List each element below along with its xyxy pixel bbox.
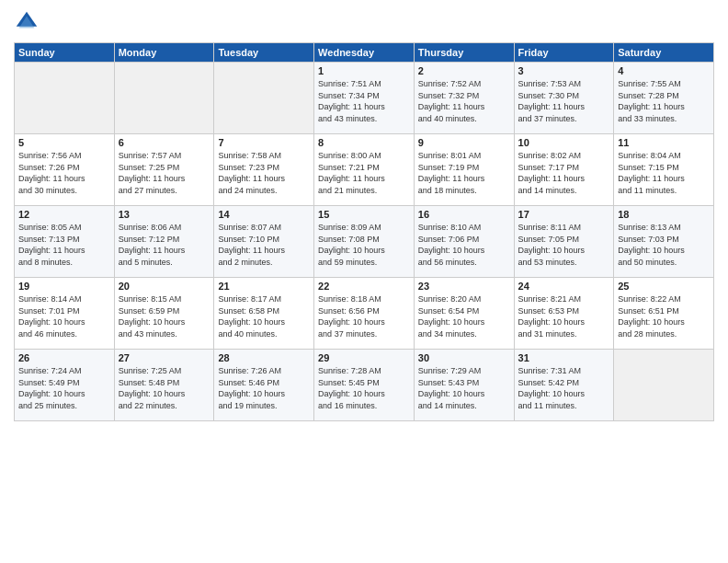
day-info: Sunrise: 7:53 AM Sunset: 7:30 PM Dayligh… bbox=[518, 78, 610, 124]
day-header-wednesday: Wednesday bbox=[314, 43, 415, 63]
day-info: Sunrise: 8:09 AM Sunset: 7:08 PM Dayligh… bbox=[318, 222, 410, 268]
day-number: 21 bbox=[218, 281, 310, 292]
calendar-cell: 16Sunrise: 8:10 AM Sunset: 7:06 PM Dayli… bbox=[414, 206, 514, 278]
day-info: Sunrise: 8:10 AM Sunset: 7:06 PM Dayligh… bbox=[418, 222, 510, 268]
calendar-cell: 12Sunrise: 8:05 AM Sunset: 7:13 PM Dayli… bbox=[15, 206, 115, 278]
day-number: 8 bbox=[318, 137, 410, 148]
calendar-week-row: 19Sunrise: 8:14 AM Sunset: 7:01 PM Dayli… bbox=[15, 278, 714, 350]
calendar-cell: 4Sunrise: 7:55 AM Sunset: 7:28 PM Daylig… bbox=[614, 63, 714, 134]
day-info: Sunrise: 8:00 AM Sunset: 7:21 PM Dayligh… bbox=[318, 150, 410, 196]
calendar-cell bbox=[214, 63, 314, 134]
day-info: Sunrise: 8:17 AM Sunset: 6:58 PM Dayligh… bbox=[218, 293, 310, 339]
day-info: Sunrise: 7:55 AM Sunset: 7:28 PM Dayligh… bbox=[618, 78, 710, 124]
day-info: Sunrise: 7:24 AM Sunset: 5:49 PM Dayligh… bbox=[18, 365, 110, 411]
day-number: 20 bbox=[119, 281, 210, 292]
calendar-cell: 24Sunrise: 8:21 AM Sunset: 6:53 PM Dayli… bbox=[514, 278, 614, 350]
calendar-cell: 29Sunrise: 7:28 AM Sunset: 5:45 PM Dayli… bbox=[314, 350, 415, 421]
day-header-tuesday: Tuesday bbox=[214, 43, 314, 63]
day-info: Sunrise: 8:11 AM Sunset: 7:05 PM Dayligh… bbox=[518, 222, 610, 268]
day-number: 9 bbox=[418, 137, 510, 148]
calendar-cell bbox=[15, 63, 115, 134]
day-info: Sunrise: 8:01 AM Sunset: 7:19 PM Dayligh… bbox=[418, 150, 510, 196]
calendar-cell: 30Sunrise: 7:29 AM Sunset: 5:43 PM Dayli… bbox=[414, 350, 514, 421]
calendar-cell: 23Sunrise: 8:20 AM Sunset: 6:54 PM Dayli… bbox=[414, 278, 514, 350]
day-number: 1 bbox=[318, 65, 410, 76]
day-number: 12 bbox=[18, 209, 110, 220]
calendar-week-row: 1Sunrise: 7:51 AM Sunset: 7:34 PM Daylig… bbox=[15, 63, 714, 134]
day-number: 25 bbox=[618, 281, 710, 292]
day-number: 15 bbox=[318, 209, 410, 220]
calendar-cell: 22Sunrise: 8:18 AM Sunset: 6:56 PM Dayli… bbox=[314, 278, 415, 350]
day-number: 3 bbox=[518, 65, 610, 76]
day-number: 13 bbox=[119, 209, 210, 220]
day-number: 26 bbox=[18, 352, 110, 363]
day-number: 31 bbox=[518, 352, 610, 363]
calendar-cell: 2Sunrise: 7:52 AM Sunset: 7:32 PM Daylig… bbox=[414, 63, 514, 134]
day-number: 5 bbox=[18, 137, 110, 148]
calendar-cell: 3Sunrise: 7:53 AM Sunset: 7:30 PM Daylig… bbox=[514, 63, 614, 134]
day-number: 10 bbox=[518, 137, 610, 148]
day-info: Sunrise: 8:02 AM Sunset: 7:17 PM Dayligh… bbox=[518, 150, 610, 196]
day-number: 30 bbox=[418, 352, 510, 363]
day-header-thursday: Thursday bbox=[414, 43, 514, 63]
day-info: Sunrise: 8:07 AM Sunset: 7:10 PM Dayligh… bbox=[218, 222, 310, 268]
calendar-cell: 9Sunrise: 8:01 AM Sunset: 7:19 PM Daylig… bbox=[414, 134, 514, 206]
calendar-cell: 21Sunrise: 8:17 AM Sunset: 6:58 PM Dayli… bbox=[214, 278, 314, 350]
day-number: 28 bbox=[218, 352, 310, 363]
day-info: Sunrise: 7:56 AM Sunset: 7:26 PM Dayligh… bbox=[18, 150, 110, 196]
day-info: Sunrise: 8:14 AM Sunset: 7:01 PM Dayligh… bbox=[18, 293, 110, 339]
day-header-friday: Friday bbox=[514, 43, 614, 63]
day-number: 18 bbox=[618, 209, 710, 220]
day-info: Sunrise: 8:13 AM Sunset: 7:03 PM Dayligh… bbox=[618, 222, 710, 268]
calendar-cell: 8Sunrise: 8:00 AM Sunset: 7:21 PM Daylig… bbox=[314, 134, 415, 206]
day-info: Sunrise: 7:29 AM Sunset: 5:43 PM Dayligh… bbox=[418, 365, 510, 411]
calendar-table: SundayMondayTuesdayWednesdayThursdayFrid… bbox=[14, 42, 714, 421]
day-number: 11 bbox=[618, 137, 710, 148]
day-header-saturday: Saturday bbox=[614, 43, 714, 63]
calendar-cell: 14Sunrise: 8:07 AM Sunset: 7:10 PM Dayli… bbox=[214, 206, 314, 278]
day-number: 27 bbox=[119, 352, 210, 363]
day-number: 4 bbox=[618, 65, 710, 76]
day-info: Sunrise: 8:20 AM Sunset: 6:54 PM Dayligh… bbox=[418, 293, 510, 339]
calendar-cell bbox=[614, 350, 714, 421]
day-info: Sunrise: 7:25 AM Sunset: 5:48 PM Dayligh… bbox=[119, 365, 210, 411]
day-info: Sunrise: 8:21 AM Sunset: 6:53 PM Dayligh… bbox=[518, 293, 610, 339]
logo bbox=[14, 9, 43, 35]
calendar-header-row: SundayMondayTuesdayWednesdayThursdayFrid… bbox=[15, 43, 714, 63]
day-info: Sunrise: 7:52 AM Sunset: 7:32 PM Dayligh… bbox=[418, 78, 510, 124]
day-number: 2 bbox=[418, 65, 510, 76]
calendar-cell: 1Sunrise: 7:51 AM Sunset: 7:34 PM Daylig… bbox=[314, 63, 415, 134]
calendar-week-row: 12Sunrise: 8:05 AM Sunset: 7:13 PM Dayli… bbox=[15, 206, 714, 278]
day-header-monday: Monday bbox=[114, 43, 214, 63]
calendar-cell: 6Sunrise: 7:57 AM Sunset: 7:25 PM Daylig… bbox=[114, 134, 214, 206]
calendar-cell: 13Sunrise: 8:06 AM Sunset: 7:12 PM Dayli… bbox=[114, 206, 214, 278]
calendar-cell: 19Sunrise: 8:14 AM Sunset: 7:01 PM Dayli… bbox=[15, 278, 115, 350]
calendar-cell: 11Sunrise: 8:04 AM Sunset: 7:15 PM Dayli… bbox=[614, 134, 714, 206]
day-number: 19 bbox=[18, 281, 110, 292]
calendar-cell: 28Sunrise: 7:26 AM Sunset: 5:46 PM Dayli… bbox=[214, 350, 314, 421]
day-number: 16 bbox=[418, 209, 510, 220]
day-number: 6 bbox=[119, 137, 210, 148]
day-info: Sunrise: 8:05 AM Sunset: 7:13 PM Dayligh… bbox=[18, 222, 110, 268]
day-info: Sunrise: 8:06 AM Sunset: 7:12 PM Dayligh… bbox=[119, 222, 210, 268]
calendar-cell: 27Sunrise: 7:25 AM Sunset: 5:48 PM Dayli… bbox=[114, 350, 214, 421]
day-number: 14 bbox=[218, 209, 310, 220]
calendar-cell: 7Sunrise: 7:58 AM Sunset: 7:23 PM Daylig… bbox=[214, 134, 314, 206]
calendar-cell: 5Sunrise: 7:56 AM Sunset: 7:26 PM Daylig… bbox=[15, 134, 115, 206]
day-number: 29 bbox=[318, 352, 410, 363]
calendar-cell: 20Sunrise: 8:15 AM Sunset: 6:59 PM Dayli… bbox=[114, 278, 214, 350]
header bbox=[14, 9, 714, 35]
day-info: Sunrise: 7:31 AM Sunset: 5:42 PM Dayligh… bbox=[518, 365, 610, 411]
calendar-cell: 17Sunrise: 8:11 AM Sunset: 7:05 PM Dayli… bbox=[514, 206, 614, 278]
day-info: Sunrise: 7:57 AM Sunset: 7:25 PM Dayligh… bbox=[119, 150, 210, 196]
calendar-cell: 18Sunrise: 8:13 AM Sunset: 7:03 PM Dayli… bbox=[614, 206, 714, 278]
day-number: 23 bbox=[418, 281, 510, 292]
day-info: Sunrise: 8:15 AM Sunset: 6:59 PM Dayligh… bbox=[119, 293, 210, 339]
calendar-cell bbox=[114, 63, 214, 134]
day-number: 22 bbox=[318, 281, 410, 292]
day-info: Sunrise: 8:22 AM Sunset: 6:51 PM Dayligh… bbox=[618, 293, 710, 339]
day-number: 17 bbox=[518, 209, 610, 220]
day-number: 7 bbox=[218, 137, 310, 148]
calendar-cell: 25Sunrise: 8:22 AM Sunset: 6:51 PM Dayli… bbox=[614, 278, 714, 350]
calendar-cell: 31Sunrise: 7:31 AM Sunset: 5:42 PM Dayli… bbox=[514, 350, 614, 421]
